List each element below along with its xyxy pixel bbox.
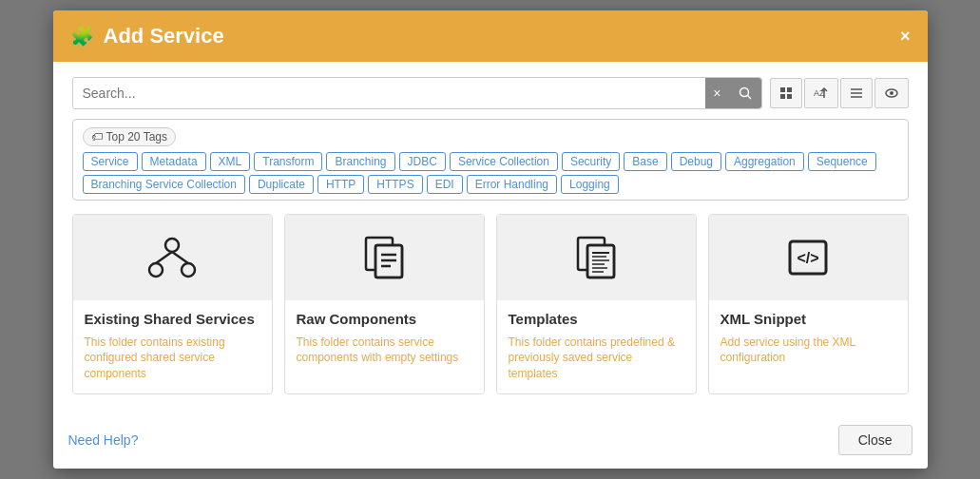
sort-az-button[interactable]: AZ bbox=[804, 78, 838, 108]
card-title-raw-components: Raw Components bbox=[297, 310, 472, 329]
modal-close-x-button[interactable]: × bbox=[900, 28, 911, 45]
card-title-xml-snippet: XML Snippet bbox=[721, 310, 896, 329]
svg-point-0 bbox=[740, 88, 748, 97]
tag-item[interactable]: HTTPS bbox=[368, 175, 422, 194]
modal-header: 🧩 Add Service × bbox=[53, 10, 928, 62]
card-existing-shared[interactable]: Existing Shared Services This folder con… bbox=[72, 214, 273, 394]
grid-icon bbox=[779, 86, 793, 100]
tag-item[interactable]: EDI bbox=[427, 175, 463, 194]
help-link[interactable]: Need Help? bbox=[68, 432, 139, 448]
eye-icon bbox=[884, 86, 899, 100]
tag-item[interactable]: Security bbox=[562, 152, 620, 171]
tag-item[interactable]: HTTP bbox=[317, 175, 364, 194]
tag-item[interactable]: Branching bbox=[326, 152, 394, 171]
svg-line-16 bbox=[156, 252, 172, 263]
search-input[interactable] bbox=[73, 79, 706, 107]
svg-rect-4 bbox=[780, 94, 785, 99]
svg-point-13 bbox=[165, 239, 179, 252]
tag-item[interactable]: Metadata bbox=[142, 152, 206, 171]
tag-item[interactable]: Service bbox=[83, 152, 138, 171]
card-icon-area-raw-components bbox=[285, 215, 484, 300]
card-title-templates: Templates bbox=[509, 310, 684, 329]
tags-section: 🏷 Top 20 Tags ServiceMetadataXMLTransfor… bbox=[72, 119, 909, 201]
tag-item[interactable]: XML bbox=[210, 152, 251, 171]
grid-view-button[interactable] bbox=[770, 78, 802, 108]
card-templates[interactable]: Templates This folder contains predefine… bbox=[496, 214, 697, 394]
card-icon-area-xml-snippet: </> bbox=[709, 215, 908, 300]
svg-rect-2 bbox=[780, 87, 785, 92]
list-icon bbox=[850, 86, 863, 100]
tag-item[interactable]: JDBC bbox=[399, 152, 446, 171]
tag-item[interactable]: Transform bbox=[254, 152, 322, 171]
card-xml-snippet[interactable]: </> XML Snippet Add service using the XM… bbox=[708, 214, 909, 394]
card-raw-components[interactable]: Raw Components This folder contains serv… bbox=[284, 214, 485, 394]
card-desc-raw-components: This folder contains service components … bbox=[297, 335, 472, 367]
modal-footer: Need Help? Close bbox=[53, 417, 928, 469]
svg-rect-25 bbox=[587, 245, 614, 278]
svg-line-1 bbox=[747, 96, 751, 100]
tags-row: ServiceMetadataXMLTransformBranchingJDBC… bbox=[83, 152, 898, 194]
cards-grid: Existing Shared Services This folder con… bbox=[72, 214, 909, 394]
modal-body: × bbox=[53, 62, 928, 417]
card-icon-area-existing-shared bbox=[73, 215, 272, 300]
sort-az-icon: AZ bbox=[814, 86, 829, 100]
search-magnify-button[interactable] bbox=[729, 78, 761, 108]
svg-point-12 bbox=[890, 91, 894, 95]
svg-line-17 bbox=[172, 252, 188, 263]
add-service-modal: 🧩 Add Service × × bbox=[53, 10, 928, 469]
tag-item[interactable]: Error Handling bbox=[467, 175, 557, 194]
search-clear-button[interactable]: × bbox=[705, 78, 728, 108]
tag-item[interactable]: Duplicate bbox=[249, 175, 314, 194]
tag-item[interactable]: Branching Service Collection bbox=[83, 175, 245, 194]
list-view-button[interactable] bbox=[840, 78, 873, 108]
card-icon-area-templates bbox=[497, 215, 696, 300]
tag-item[interactable]: Sequence bbox=[808, 152, 876, 171]
view-buttons: AZ bbox=[770, 78, 909, 108]
modal-title: Add Service bbox=[104, 24, 224, 48]
card-body-templates: Templates This folder contains predefine… bbox=[497, 300, 696, 393]
modal-title-area: 🧩 Add Service bbox=[70, 24, 224, 48]
search-row: × bbox=[72, 77, 909, 109]
search-input-wrap: × bbox=[72, 77, 762, 109]
eye-button[interactable] bbox=[874, 78, 909, 108]
tag-item[interactable]: Aggregation bbox=[725, 152, 804, 171]
search-icon bbox=[739, 86, 752, 100]
tag-item[interactable]: Logging bbox=[561, 175, 619, 194]
card-body-existing-shared: Existing Shared Services This folder con… bbox=[73, 300, 272, 393]
tag-icon: 🏷 bbox=[91, 130, 103, 144]
svg-rect-3 bbox=[787, 87, 792, 92]
card-body-xml-snippet: XML Snippet Add service using the XML co… bbox=[709, 300, 908, 377]
card-body-raw-components: Raw Components This folder contains serv… bbox=[285, 300, 484, 377]
svg-point-15 bbox=[182, 263, 195, 277]
tag-item[interactable]: Debug bbox=[671, 152, 721, 171]
svg-rect-5 bbox=[787, 94, 792, 99]
card-desc-templates: This folder contains predefined & previo… bbox=[509, 335, 684, 382]
close-button[interactable]: Close bbox=[838, 425, 913, 455]
card-desc-existing-shared: This folder contains existing configured… bbox=[85, 335, 260, 382]
card-desc-xml-snippet: Add service using the XML configuration bbox=[721, 335, 896, 367]
top20-label: 🏷 Top 20 Tags bbox=[83, 127, 177, 146]
svg-point-14 bbox=[149, 263, 163, 277]
top20-label-text: Top 20 Tags bbox=[106, 130, 168, 144]
tag-item[interactable]: Base bbox=[624, 152, 666, 171]
svg-text:</>: </> bbox=[797, 250, 818, 266]
card-title-existing-shared: Existing Shared Services bbox=[85, 310, 260, 329]
puzzle-icon: 🧩 bbox=[70, 25, 94, 48]
tag-item[interactable]: Service Collection bbox=[450, 152, 558, 171]
modal-overlay: 🧩 Add Service × × bbox=[0, 0, 980, 479]
